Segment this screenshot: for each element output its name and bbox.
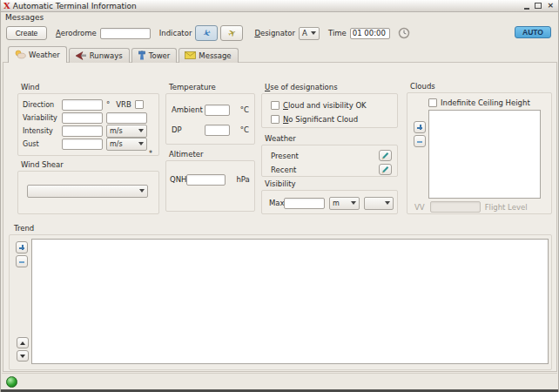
tab-tower-label: Tower (149, 51, 171, 60)
tab-runways[interactable]: Runways (69, 48, 130, 63)
runway-icon (75, 51, 87, 60)
temperature-group-title: Temperature (169, 83, 255, 92)
weather-tab-panel: Wind Direction ° VRB Variability Intensi… (3, 62, 557, 372)
recent-weather-label: Recent (271, 166, 296, 174)
visibility-unit-select[interactable]: m (329, 197, 360, 210)
wind-gust-unit-value: m/s (110, 140, 123, 148)
chevron-down-icon (351, 201, 356, 205)
clouds-group: Clouds Indefinite Ceiling Height VV Flig… (407, 82, 552, 214)
indefinite-ceiling-checkbox[interactable] (428, 98, 437, 107)
variability-label: Variability (23, 114, 62, 122)
wind-intensity-input[interactable] (62, 125, 103, 137)
add-trend-button[interactable] (16, 241, 28, 253)
visibility-direction-select[interactable] (364, 197, 394, 210)
designator-label: Designator (254, 29, 295, 37)
create-button[interactable]: Create (6, 26, 47, 40)
gust-label: Gust (23, 140, 62, 148)
auto-button[interactable]: AUTO (515, 26, 551, 38)
wind-variability-to-input[interactable] (106, 112, 147, 124)
envelope-icon (185, 51, 196, 59)
tab-runways-label: Runways (90, 51, 123, 60)
direction-label: Direction (23, 101, 62, 109)
max-visibility-input[interactable] (284, 198, 325, 209)
move-up-button[interactable] (17, 337, 29, 348)
vertical-visibility-input (430, 201, 481, 213)
weather-icon (14, 50, 26, 59)
app-window: { "window": { "title": "Automatic Termin… (0, 0, 559, 392)
maximize-icon[interactable] (535, 3, 542, 9)
qnh-input[interactable] (186, 174, 226, 186)
degree-symbol: ° (106, 100, 110, 109)
flight-level-label: Flight Level (485, 203, 528, 212)
weather-group-title: Weather (265, 134, 398, 144)
ambient-label: Ambient (172, 105, 205, 114)
toolbar: Create Aerodrome Indicator Designator A … (6, 24, 553, 42)
intensity-label: Intensity (23, 127, 62, 135)
cavok-checkbox[interactable] (271, 101, 280, 110)
pencil-icon (381, 166, 389, 173)
chevron-down-icon (139, 189, 145, 193)
nsc-label: No Significant Cloud (283, 115, 358, 124)
close-icon[interactable]: × (547, 2, 554, 10)
wind-gust-input[interactable] (62, 139, 103, 150)
weather-group: Weather Present Recent (261, 134, 398, 177)
arrow-down-icon (20, 355, 25, 358)
chevron-down-icon (311, 31, 316, 35)
edit-recent-weather-button[interactable] (379, 164, 392, 175)
ambient-temperature-input[interactable] (205, 105, 230, 116)
status-bar (2, 373, 557, 390)
time-input[interactable] (350, 28, 390, 39)
indefinite-ceiling-label: Indefinite Ceiling Height (441, 98, 530, 107)
trend-textarea[interactable] (31, 239, 549, 364)
tab-bar: Weather Runways Tower Message (8, 46, 240, 63)
designator-select[interactable]: A (299, 27, 320, 40)
nsc-checkbox[interactable] (271, 115, 280, 124)
tab-message[interactable]: Message (178, 48, 238, 63)
vrb-checkbox[interactable] (135, 100, 144, 109)
wind-shear-group: Wind Shear (17, 160, 159, 214)
vrb-label: VRB (116, 100, 131, 109)
remove-trend-button[interactable] (16, 255, 28, 267)
designations-group: Use of designations Cloud and visibility… (261, 83, 398, 128)
departure-indicator-button[interactable] (220, 25, 243, 41)
visibility-group: Visibility Max m (261, 179, 398, 214)
chevron-down-icon (138, 142, 144, 145)
designator-value: A (302, 29, 307, 37)
arrow-up-icon (20, 341, 25, 345)
add-cloud-layer-button[interactable] (414, 121, 426, 133)
time-label: Time (328, 29, 347, 37)
plane-takeoff-icon (228, 29, 236, 38)
wind-gust-unit-select[interactable]: m/s (106, 138, 147, 151)
wind-footnote: * (23, 151, 154, 158)
wind-intensity-unit-select[interactable]: m/s (106, 125, 147, 138)
aerodrome-label: Aerodrome (56, 29, 97, 37)
wind-group: Wind Direction ° VRB Variability Intensi… (17, 83, 159, 156)
tab-tower[interactable]: Tower (131, 48, 178, 63)
title-bar: X Automatic Terminal Information × (1, 0, 558, 12)
clock-icon[interactable] (393, 26, 407, 40)
minimize-icon[interactable] (524, 8, 529, 10)
cavok-label: Cloud and visibility OK (283, 101, 367, 110)
tab-weather[interactable]: Weather (8, 46, 67, 63)
menu-messages[interactable]: Messages (1, 12, 48, 23)
remove-cloud-layer-button[interactable] (414, 135, 426, 147)
ambient-unit-label: °C (240, 105, 249, 114)
dew-point-input[interactable] (205, 125, 230, 136)
wind-shear-select[interactable] (27, 185, 148, 198)
wind-variability-from-input[interactable] (62, 112, 103, 124)
present-weather-label: Present (271, 152, 299, 160)
wind-direction-input[interactable] (62, 99, 103, 111)
move-down-button[interactable] (17, 350, 29, 362)
dp-unit-label: °C (240, 125, 249, 134)
arrival-indicator-button[interactable] (195, 25, 218, 41)
edit-present-weather-button[interactable] (379, 150, 392, 161)
altimeter-group: Altimeter QNH hPa (165, 150, 255, 212)
max-visibility-label: Max (269, 199, 284, 207)
chevron-down-icon (385, 201, 390, 205)
aerodrome-input[interactable] (100, 28, 151, 39)
vv-label: VV (414, 203, 425, 212)
visibility-group-title: Visibility (265, 179, 398, 189)
indicator-label: Indicator (159, 29, 192, 37)
cloud-layer-list[interactable] (428, 110, 541, 199)
altimeter-group-title: Altimeter (169, 150, 255, 159)
